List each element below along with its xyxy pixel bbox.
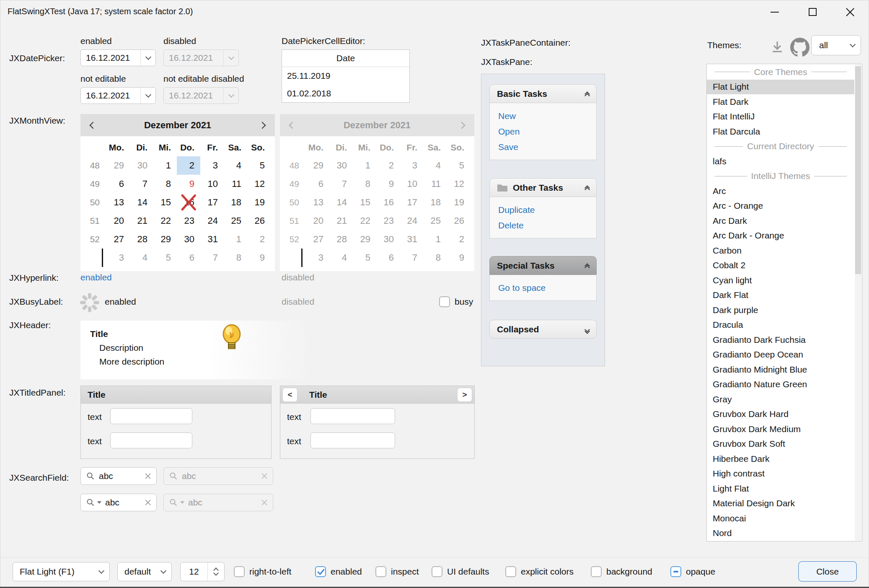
scrollbar-thumb[interactable]	[855, 66, 861, 274]
calendar-day-cell[interactable]: 4	[224, 156, 247, 175]
calendar-day-cell[interactable]: 6	[177, 249, 200, 267]
themes-list[interactable]: Core ThemesFlat LightFlat DarkFlat Intel…	[706, 64, 862, 541]
calendar-day-cell[interactable]: 1	[153, 156, 177, 175]
calendar-day-cell[interactable]: 29	[106, 156, 130, 175]
taskpane-header[interactable]: Special Tasks	[489, 256, 597, 275]
theme-list-item[interactable]: lafs	[707, 154, 854, 169]
calendar-day-cell[interactable]: 5	[247, 156, 271, 175]
searchfield-enabled[interactable]: abc	[80, 467, 157, 485]
font-size-value[interactable]: 12	[181, 562, 208, 581]
calendar-day-cell[interactable]: 25	[224, 212, 247, 230]
theme-list-item[interactable]: Gruvbox Dark Medium	[707, 422, 854, 437]
text-input[interactable]	[310, 408, 395, 424]
celleditor-table[interactable]: Date 25.11.2019 01.02.2018	[282, 49, 410, 103]
inspect-checkbox[interactable]: inspect	[375, 566, 419, 577]
calendar-day-cell[interactable]: 22	[153, 212, 177, 230]
theme-list-item[interactable]: Gray	[707, 392, 854, 407]
github-icon[interactable]	[790, 38, 810, 57]
theme-list-item[interactable]: Dark purple	[707, 303, 854, 318]
previous-month-button[interactable]	[91, 123, 96, 128]
close-window-button[interactable]	[831, 0, 869, 24]
celleditor-row[interactable]: 01.02.2018	[282, 85, 409, 102]
calendar-day-cell[interactable]: 14	[130, 193, 153, 212]
spinner-buttons[interactable]	[208, 562, 224, 581]
calendar-day-cell[interactable]: 29	[153, 230, 177, 249]
taskpane-header[interactable]: Other Tasks	[489, 178, 597, 197]
background-checkbox[interactable]: background	[591, 566, 652, 577]
titledpanel-left-button[interactable]: <	[282, 388, 297, 402]
calendar-day-cell[interactable]: 27	[106, 230, 130, 249]
datepicker-dropdown-button[interactable]	[140, 88, 155, 104]
calendar-day-cell[interactable]: 11	[224, 175, 247, 193]
theme-list-item[interactable]: Dark Flat	[707, 288, 854, 303]
text-input[interactable]	[110, 433, 192, 448]
calendar-day-cell[interactable]: 16	[177, 193, 200, 212]
themes-filter-combobox[interactable]: all	[811, 35, 861, 55]
minimize-button[interactable]	[756, 0, 794, 24]
theme-list-item[interactable]: Gradianto Nature Green	[707, 377, 854, 392]
ui-defaults-checkbox[interactable]: UI defaults	[432, 566, 489, 577]
explicit-colors-checkbox[interactable]: explicit colors	[505, 566, 574, 577]
calendar-day-cell[interactable]: 3	[200, 156, 224, 175]
calendar-day-cell[interactable]: 21	[130, 212, 153, 230]
calendar-day-cell[interactable]: 2	[177, 156, 200, 175]
task-link[interactable]: Open	[490, 124, 596, 139]
theme-list-item[interactable]: Arc - Orange	[707, 199, 854, 214]
calendar-day-cell[interactable]: 6	[106, 175, 130, 193]
task-link[interactable]: Save	[490, 139, 596, 155]
right-to-left-checkbox[interactable]: right-to-left	[234, 566, 291, 577]
text-input[interactable]	[310, 433, 395, 448]
laf-combobox[interactable]: Flat Light (F1)	[13, 562, 110, 581]
calendar-day-cell[interactable]: 7	[200, 249, 224, 267]
checkbox-box[interactable]	[375, 566, 386, 577]
calendar-day-cell[interactable]: 3	[106, 249, 130, 267]
calendar-day-cell[interactable]: 12	[247, 175, 271, 193]
theme-list-item[interactable]: Carbon	[707, 243, 854, 258]
theme-list-item[interactable]: Cyan light	[707, 273, 854, 288]
search-input-value[interactable]: abc	[99, 471, 141, 481]
calendar-day-cell[interactable]: 24	[200, 212, 224, 230]
theme-list-item[interactable]: Arc Dark	[707, 213, 854, 228]
taskpane-header[interactable]: Basic Tasks	[489, 84, 597, 103]
taskpane-header[interactable]: Collapsed	[489, 320, 597, 339]
close-button[interactable]: Close	[798, 561, 857, 582]
task-link[interactable]: New	[490, 108, 596, 124]
calendar-day-cell[interactable]: 30	[130, 156, 153, 175]
maximize-button[interactable]	[794, 0, 831, 24]
theme-list-item[interactable]: Dracula	[707, 318, 854, 333]
theme-list-item[interactable]: Gruvbox Dark Hard	[707, 407, 854, 422]
clear-icon[interactable]	[145, 473, 151, 479]
theme-list-item[interactable]: Material Design Dark	[707, 496, 854, 511]
calendar-day-cell[interactable]: 8	[153, 175, 177, 193]
search-input-value[interactable]: abc	[105, 497, 141, 508]
checkbox-box[interactable]	[439, 296, 450, 307]
calendar-day-cell[interactable]: 18	[224, 193, 247, 212]
calendar-day-cell[interactable]: 13	[106, 193, 130, 212]
checkbox-box[interactable]	[315, 566, 326, 577]
calendar-day-cell[interactable]: 9	[177, 175, 200, 193]
enabled-checkbox[interactable]: enabled	[315, 566, 362, 577]
theme-list-item[interactable]: Flat Darcula	[707, 124, 854, 139]
calendar-day-cell[interactable]: 15	[153, 193, 177, 212]
datepicker-dropdown-button[interactable]	[140, 50, 155, 66]
theme-list-item[interactable]: Gruvbox Dark Soft	[707, 437, 854, 452]
theme-list-item[interactable]: Flat Light	[707, 80, 854, 95]
checkbox-box[interactable]	[591, 566, 602, 577]
theme-list-item[interactable]: Gradianto Deep Ocean	[707, 347, 854, 363]
clear-icon[interactable]	[145, 499, 151, 506]
checkbox-box[interactable]	[505, 566, 516, 577]
calendar-day-cell[interactable]: 23	[177, 212, 200, 230]
font-combobox[interactable]: default	[117, 562, 172, 581]
themes-scrollbar[interactable]	[855, 65, 861, 541]
monthview-enabled[interactable]: Dezember 2021Mo.Di.Mi.Do.Fr.Sa.So.482930…	[80, 114, 275, 271]
hyperlink-enabled[interactable]: enabled	[80, 272, 112, 282]
calendar-day-cell[interactable]: 17	[200, 193, 224, 212]
theme-list-item[interactable]: Arc	[707, 184, 854, 199]
theme-list-item[interactable]: Cobalt 2	[707, 258, 854, 273]
calendar-day-cell[interactable]: 8	[224, 249, 247, 267]
datepicker-not-editable[interactable]: 16.12.2021	[80, 87, 156, 104]
calendar-day-cell[interactable]: 30	[177, 230, 200, 249]
theme-list-item[interactable]: Gradianto Dark Fuchsia	[707, 332, 854, 347]
theme-list-item[interactable]: Flat Dark	[707, 94, 854, 109]
calendar-day-cell[interactable]: 19	[247, 193, 271, 212]
